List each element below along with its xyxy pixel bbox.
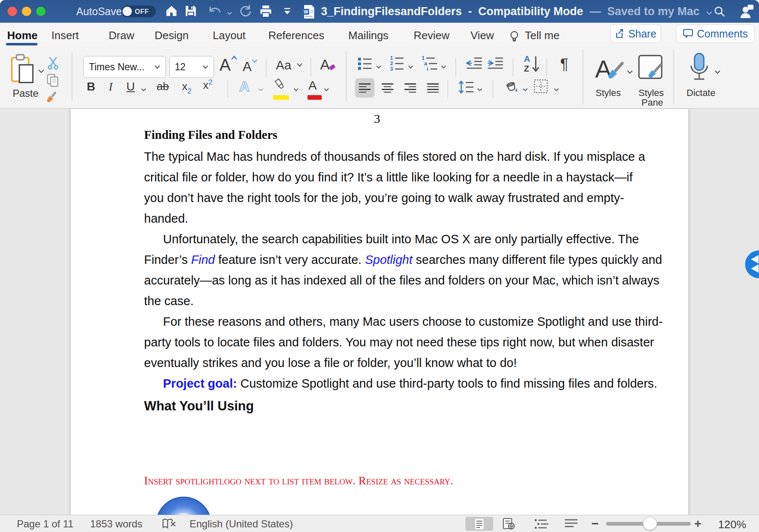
align-right-button[interactable] [401,78,420,98]
format-painter-icon[interactable] [44,90,59,107]
styles-button[interactable]: A [594,53,625,86]
change-case-button[interactable]: Aa [276,58,303,72]
outline-view-icon[interactable] [534,519,548,531]
font-color-button[interactable]: A [308,78,317,93]
comments-button[interactable]: Comments [676,24,754,43]
dictate-chevron-icon[interactable] [714,68,721,76]
zoom-in-button[interactable]: + [694,516,702,531]
tab-layout[interactable]: Layout [213,29,246,42]
paste-menu-chevron-icon[interactable] [38,67,45,75]
tab-draw[interactable]: Draw [109,29,134,42]
share-button[interactable]: Share [610,24,661,43]
spotlight-logo-image[interactable] [156,497,211,515]
sort-button[interactable]: AZ [523,54,542,75]
tab-design[interactable]: Design [155,29,189,42]
styles-chevron-icon[interactable] [627,68,633,76]
decrease-indent-button[interactable] [466,56,482,72]
autosave-toggle[interactable]: OFF [121,5,156,17]
justify-button[interactable] [423,78,443,98]
zoom-out-button[interactable]: − [591,516,599,531]
dictate-button[interactable] [688,52,710,85]
font-size-select[interactable]: 12 [169,56,214,78]
group-divider [673,50,674,104]
word-count-status[interactable]: 1853 words [90,518,142,530]
underline-menu-chevron-icon[interactable] [141,86,147,93]
toolbar-overflow-icon[interactable] [283,8,291,17]
svg-text:Z: Z [524,64,529,73]
multilevel-list-chevron-icon[interactable] [441,63,446,71]
styles-pane-label-line2[interactable]: Pane [641,97,663,108]
borders-button[interactable] [533,79,548,95]
document-text-line: Unfortunately, the search capabilities b… [163,231,639,247]
tab-insert[interactable]: Insert [51,29,79,42]
italic-button[interactable]: I [109,80,112,93]
focus-view-button[interactable] [465,517,493,531]
print-layout-view-icon[interactable] [502,518,515,532]
close-window-button[interactable] [8,7,17,16]
text-effects-button[interactable]: A [239,78,250,95]
subscript-button[interactable]: x2 [182,80,191,96]
tab-review[interactable]: Review [414,29,449,42]
document-text-line: Finder’s Find feature isn’t very accurat… [144,251,662,268]
paste-button-label[interactable]: Paste [13,88,38,99]
undo-icon[interactable] [208,5,222,20]
bullet-list-chevron-icon[interactable] [376,63,382,71]
search-icon[interactable] [713,5,726,19]
shading-button[interactable] [504,79,519,95]
borders-chevron-icon[interactable] [553,86,559,93]
double-chevron-left-icon [748,255,759,274]
draft-view-icon[interactable] [564,519,578,531]
bullet-list-button[interactable] [358,56,372,72]
clear-formatting-button[interactable]: A [320,56,337,73]
tab-home[interactable]: Home [7,29,37,42]
print-icon[interactable] [259,5,273,20]
align-center-button[interactable] [378,78,397,98]
copy-icon[interactable] [46,73,60,89]
document-canvas[interactable]: 3 Finding Files and Folders The typical … [0,109,759,515]
redo-icon[interactable] [238,5,252,20]
styles-pane-button[interactable] [637,54,664,85]
tab-mailings[interactable]: Mailings [348,29,388,42]
align-left-button[interactable] [355,78,374,98]
shrink-font-button[interactable]: A [243,59,258,74]
shading-chevron-icon[interactable] [522,86,528,93]
grow-font-button[interactable]: A [219,56,238,74]
line-spacing-button[interactable] [458,80,473,96]
tab-view[interactable]: View [470,29,494,42]
text-effects-chevron-icon[interactable] [258,86,264,93]
font-color-chevron-icon[interactable] [323,86,329,93]
font-name-select[interactable]: Times New... [83,56,166,78]
proofing-status-icon[interactable] [162,519,176,531]
document-name: 3_FindingFilesandFolders [321,5,462,18]
numbered-list-button[interactable]: 123 [389,55,404,73]
tab-tell-me[interactable]: Tell me [525,29,559,42]
line-spacing-chevron-icon[interactable] [477,86,483,93]
zoom-window-button[interactable] [36,7,45,16]
multilevel-list-button[interactable]: 1ai [421,55,437,73]
document-page[interactable]: 3 Finding Files and Folders The typical … [71,109,688,515]
page-count-status[interactable]: Page 1 of 11 [17,518,73,530]
undo-menu-chevron-icon[interactable] [227,9,233,17]
language-status[interactable]: English (United States) [190,518,293,530]
home-icon[interactable] [165,5,178,19]
cut-icon[interactable] [47,56,59,72]
increase-indent-button[interactable] [487,56,503,72]
bold-button[interactable]: B [87,80,95,93]
zoom-slider-thumb[interactable] [643,517,657,530]
styles-button-label[interactable]: Styles [596,88,621,98]
underline-button[interactable]: U [126,80,135,93]
zoom-level[interactable]: 120% [718,518,746,531]
save-icon[interactable] [184,5,197,19]
dictate-button-label[interactable]: Dictate [687,88,715,98]
show-paragraph-marks-button[interactable]: ¶ [560,56,568,73]
strikethrough-button[interactable]: ab [157,80,169,93]
superscript-button[interactable]: x2 [203,78,212,92]
minimize-window-button[interactable] [22,7,31,16]
numbered-list-chevron-icon[interactable] [408,63,414,71]
paste-clipboard-icon[interactable] [10,54,36,86]
highlight-button[interactable] [273,78,287,93]
highlight-color-indicator [273,95,289,100]
tab-references[interactable]: References [268,29,324,42]
highlight-chevron-icon[interactable] [293,86,299,93]
account-icon[interactable] [739,4,755,21]
